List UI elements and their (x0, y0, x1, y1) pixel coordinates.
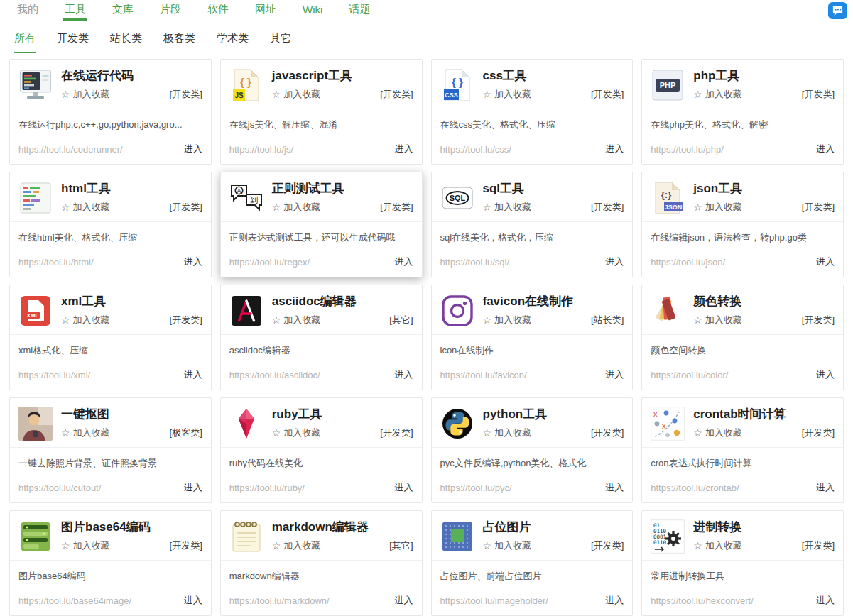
card-head: json工具 ☆ 加入收藏 [开发类] (693, 181, 835, 215)
card-foot: https://tool.lu/imageholder/ 进入 (432, 590, 633, 615)
add-favorite-button[interactable]: ☆ 加入收藏 (483, 539, 532, 552)
tab-all[interactable]: 所有 (14, 32, 36, 53)
tool-card-php[interactable]: PHP php工具 ☆ 加入收藏 [开发类] 在线php美化、格式化、解密 ht… (641, 59, 844, 165)
enter-link[interactable]: 进入 (395, 368, 413, 381)
star-icon: ☆ (693, 89, 702, 99)
tool-card-crontab[interactable]: xx crontab时间计算 ☆ 加入收藏 [开发类] cron表达式执行时间计… (641, 397, 844, 503)
tool-icon (18, 407, 53, 441)
nav-item-urls[interactable]: 网址 (254, 0, 278, 21)
add-favorite-button[interactable]: ☆ 加入收藏 (61, 201, 110, 214)
add-favorite-button[interactable]: ☆ 加入收藏 (272, 314, 321, 326)
chat-icon[interactable] (828, 2, 847, 19)
tab-geek[interactable]: 极客类 (163, 32, 195, 53)
add-favorite-button[interactable]: ☆ 加入收藏 (693, 314, 742, 326)
enter-link[interactable]: 进入 (395, 481, 413, 494)
tool-title: markdown编辑器 (272, 519, 413, 534)
add-favorite-button[interactable]: ☆ 加入收藏 (61, 88, 110, 101)
tool-description: sql在线美化，格式化，压缩 (432, 222, 633, 251)
nav-item-topics[interactable]: 话题 (347, 0, 371, 21)
card-meta: ☆ 加入收藏 [开发类] (61, 539, 202, 552)
card-head: sql工具 ☆ 加入收藏 [开发类] (483, 181, 624, 215)
tool-description: 在线js美化、解压缩、混淆 (221, 109, 422, 138)
star-icon: ☆ (61, 202, 70, 212)
favorite-label: 加入收藏 (283, 427, 320, 439)
enter-link[interactable]: 进入 (605, 368, 624, 381)
tool-description: markdown编辑器 (221, 561, 422, 590)
tool-url: https://tool.lu/asciidoc/ (229, 370, 395, 380)
tab-webmaster[interactable]: 站长类 (110, 32, 142, 53)
add-favorite-button[interactable]: ☆ 加入收藏 (483, 427, 532, 439)
tool-card-xml[interactable]: XML xml工具 ☆ 加入收藏 [开发类] xml格式化、压缩 https:/… (9, 285, 212, 390)
add-favorite-button[interactable]: ☆ 加入收藏 (483, 88, 532, 101)
tool-card-css[interactable]: { }CSS css工具 ☆ 加入收藏 [开发类] 在线css美化、格式化、压缩… (431, 59, 634, 165)
tool-card-ruby[interactable]: ruby工具 ☆ 加入收藏 [开发类] ruby代码在线美化 https://t… (220, 397, 423, 503)
nav-item-wiki[interactable]: Wiki (301, 0, 324, 21)
card-head: css工具 ☆ 加入收藏 [开发类] (483, 68, 624, 102)
tool-card-pyc[interactable]: python工具 ☆ 加入收藏 [开发类] pyc文件反编译,python美化、… (431, 397, 634, 503)
enter-link[interactable]: 进入 (605, 255, 624, 268)
category-tag: [开发类] (170, 539, 202, 552)
enter-link[interactable]: 进入 (816, 255, 835, 268)
add-favorite-button[interactable]: ☆ 加入收藏 (693, 427, 742, 439)
tab-label: 极客类 (163, 32, 195, 44)
category-tag: [站长类] (591, 314, 624, 326)
tool-card-hexconvert[interactable]: 01011000010110 进制转换 ☆ 加入收藏 [开发类] 常用进制转换工… (641, 510, 844, 616)
enter-link[interactable]: 进入 (816, 481, 835, 494)
nav-item-software[interactable]: 软件 (206, 0, 230, 21)
card-head: markdown编辑器 ☆ 加入收藏 [其它] (272, 519, 413, 554)
nav-item-snippets[interactable]: 片段 (158, 0, 183, 21)
tab-dev[interactable]: 开发类 (57, 32, 89, 53)
tool-card-coderunner[interactable]: 在线运行代码 ☆ 加入收藏 [开发类] 在线运行php,c,c++,go,pyt… (9, 59, 212, 165)
add-favorite-button[interactable]: ☆ 加入收藏 (61, 427, 110, 439)
add-favorite-button[interactable]: ☆ 加入收藏 (483, 201, 532, 214)
tool-card-json[interactable]: {:}JSON json工具 ☆ 加入收藏 [开发类] 在线编辑json，语法检… (641, 172, 844, 277)
enter-link[interactable]: 进入 (395, 594, 413, 607)
tool-url: https://tool.lu/favicon/ (440, 370, 606, 380)
tab-other[interactable]: 其它 (270, 32, 291, 53)
add-favorite-button[interactable]: ☆ 加入收藏 (272, 88, 321, 101)
tool-card-imageholder[interactable]: 占位图片 ☆ 加入收藏 [开发类] 占位图片、前端占位图片 https://to… (431, 510, 634, 616)
enter-link[interactable]: 进入 (605, 143, 624, 155)
enter-link[interactable]: 进入 (184, 481, 202, 494)
star-icon: ☆ (61, 428, 70, 438)
tab-academic[interactable]: 学术类 (217, 32, 249, 53)
tool-icon: PHP (651, 68, 685, 102)
nav-item-my[interactable]: 我的 (16, 0, 40, 21)
enter-link[interactable]: 进入 (816, 368, 835, 381)
tool-card-html[interactable]: html工具 ☆ 加入收藏 [开发类] 在线html美化、格式化、压缩 http… (9, 172, 212, 277)
add-favorite-button[interactable]: ☆ 加入收藏 (272, 201, 321, 214)
enter-link[interactable]: 进入 (816, 143, 835, 155)
tool-card-js[interactable]: { }JS javascript工具 ☆ 加入收藏 [开发类] 在线js美化、解… (220, 59, 423, 165)
tool-card-regex[interactable]: A到 正则测试工具 ☆ 加入收藏 [开发类] 正则表达式测试工具，还可以生成代码… (220, 172, 423, 277)
add-favorite-button[interactable]: ☆ 加入收藏 (693, 539, 742, 552)
enter-link[interactable]: 进入 (605, 594, 624, 607)
tool-card-markdown[interactable]: markdown编辑器 ☆ 加入收藏 [其它] markdown编辑器 http… (220, 510, 423, 616)
enter-link[interactable]: 进入 (184, 594, 202, 607)
enter-link[interactable]: 进入 (184, 368, 202, 381)
enter-link[interactable]: 进入 (605, 481, 624, 494)
tool-icon (18, 519, 53, 554)
enter-link[interactable]: 进入 (184, 143, 202, 155)
tool-card-asciidoc[interactable]: asciidoc编辑器 ☆ 加入收藏 [其它] asciidoc编辑器 http… (220, 285, 423, 390)
tool-card-base64image[interactable]: 图片base64编码 ☆ 加入收藏 [开发类] 图片base64编码 https… (9, 510, 212, 616)
enter-link[interactable]: 进入 (395, 255, 413, 268)
nav-item-docs[interactable]: 文库 (111, 0, 135, 21)
svg-text:0110: 0110 (653, 539, 667, 546)
add-favorite-button[interactable]: ☆ 加入收藏 (693, 201, 742, 214)
nav-item-tools[interactable]: 工具 (63, 0, 87, 21)
add-favorite-button[interactable]: ☆ 加入收藏 (272, 427, 321, 439)
tool-card-cutout[interactable]: 一键抠图 ☆ 加入收藏 [极客类] 一键去除照片背景、证件照换背景 https:… (9, 397, 212, 503)
card-top: { }JS javascript工具 ☆ 加入收藏 [开发类] (221, 60, 422, 109)
tool-card-sql[interactable]: SQL sql工具 ☆ 加入收藏 [开发类] sql在线美化，格式化，压缩 ht… (431, 172, 634, 277)
tool-card-color[interactable]: 颜色转换 ☆ 加入收藏 [开发类] 颜色空间转换 https://tool.lu… (641, 285, 844, 390)
add-favorite-button[interactable]: ☆ 加入收藏 (61, 539, 110, 552)
enter-link[interactable]: 进入 (184, 255, 202, 268)
enter-link[interactable]: 进入 (395, 143, 413, 155)
add-favorite-button[interactable]: ☆ 加入收藏 (61, 314, 110, 326)
tool-title: crontab时间计算 (693, 407, 835, 422)
add-favorite-button[interactable]: ☆ 加入收藏 (693, 88, 742, 101)
tool-card-favicon[interactable]: favicon在线制作 ☆ 加入收藏 [站长类] icon在线制作 https:… (431, 285, 634, 390)
enter-link[interactable]: 进入 (816, 594, 835, 607)
add-favorite-button[interactable]: ☆ 加入收藏 (483, 314, 532, 326)
add-favorite-button[interactable]: ☆ 加入收藏 (272, 539, 321, 552)
